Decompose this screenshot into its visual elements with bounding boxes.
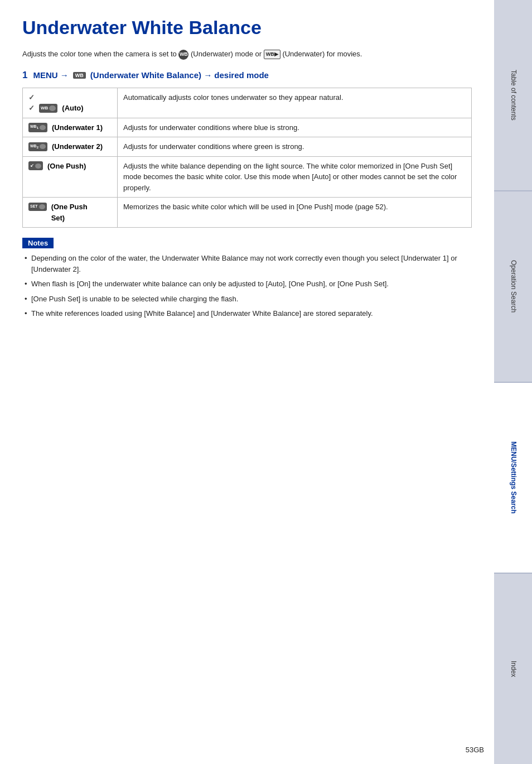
mode-cell: WB2 (Underwater 2): [23, 137, 118, 157]
sidebar-tab-operation[interactable]: Operation Search: [494, 191, 532, 383]
page-title: Underwater White Balance: [22, 17, 472, 39]
underwater-movie-icon: WB▶: [264, 50, 280, 60]
page-number: 53GB: [466, 746, 484, 754]
list-item: The white references loaded using [White…: [22, 308, 472, 319]
intro-text: Adjusts the color tone when the camera i…: [22, 49, 472, 60]
desc-cell: Memorizes the basic white color which wi…: [118, 198, 472, 228]
desc-cell: Adjusts the white balance depending on t…: [118, 156, 472, 198]
table-row: WB1 (Underwater 1) Adjusts for underwate…: [23, 118, 472, 137]
desc-cell: Adjusts for underwater conditions where …: [118, 118, 472, 137]
underwater-mode-icon: WB: [178, 50, 188, 60]
notes-label: Notes: [22, 238, 54, 248]
uw1-icon: WB1: [28, 123, 47, 132]
list-item: When flash is [On] the underwater white …: [22, 278, 472, 290]
desc-cell: Adjusts for underwater conditions where …: [118, 137, 472, 157]
onepush-icon: ↙: [28, 161, 43, 170]
onepushset-icon: SET: [28, 203, 47, 211]
auto-wb-icon: WB: [39, 104, 57, 113]
list-item: Depending on the color of the water, the…: [22, 253, 472, 275]
step-number: 1: [22, 70, 27, 81]
step-heading: 1 MENU → WB (Underwater White Balance) →…: [22, 70, 472, 81]
list-item: [One Push Set] is unable to be selected …: [22, 294, 472, 305]
notes-section: Notes Depending on the color of the wate…: [22, 238, 472, 319]
sidebar-tab-menu[interactable]: MENU/Settings Search: [494, 383, 532, 574]
mode-cell: ✓ WB (Auto): [23, 88, 118, 118]
table-row: ↙ (One Push) Adjusts the white balance d…: [23, 156, 472, 198]
checkmark-icon: ✓: [28, 103, 35, 114]
mode-table: ✓ WB (Auto) Automatically adjusts color …: [22, 88, 472, 228]
mode-cell: WB1 (Underwater 1): [23, 118, 118, 137]
mode-cell: ↙ (One Push): [23, 156, 118, 198]
notes-list: Depending on the color of the water, the…: [22, 253, 472, 319]
desc-cell: Automatically adjusts color tones underw…: [118, 88, 472, 118]
sidebar: Table of contents Operation Search MENU/…: [494, 0, 532, 764]
main-content: Underwater White Balance Adjusts the col…: [0, 0, 494, 764]
table-row: ✓ WB (Auto) Automatically adjusts color …: [23, 88, 472, 118]
table-row: WB2 (Underwater 2) Adjusts for underwate…: [23, 137, 472, 157]
sidebar-tab-index[interactable]: Index: [494, 574, 532, 764]
menu-wb-icon: WB: [73, 72, 86, 79]
uw2-icon: WB2: [28, 142, 47, 151]
table-row: SET (One PushSet) Memorizes the basic wh…: [23, 198, 472, 228]
sidebar-tab-toc[interactable]: Table of contents: [494, 0, 532, 191]
mode-cell: SET (One PushSet): [23, 198, 118, 228]
